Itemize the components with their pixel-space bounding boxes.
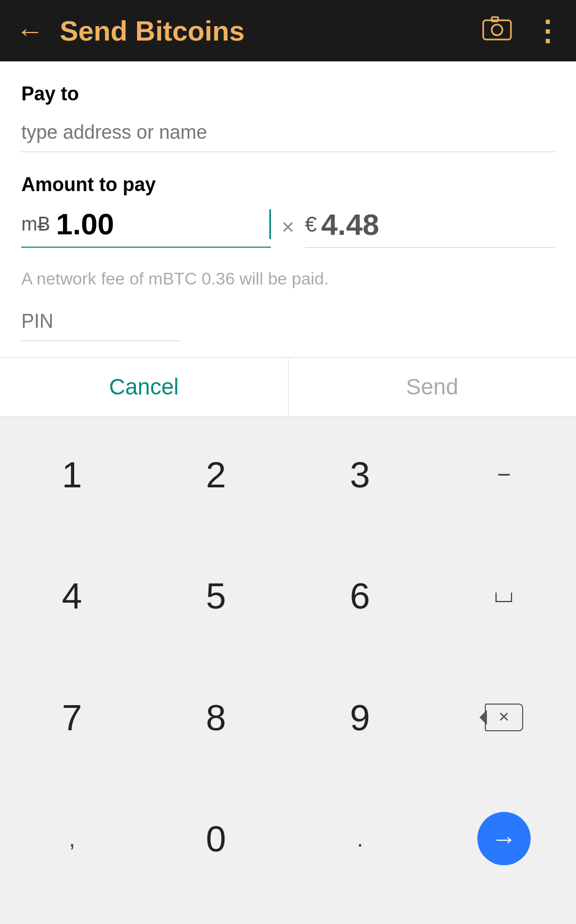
pin-input[interactable] <box>21 305 181 341</box>
pay-to-input[interactable] <box>21 116 555 152</box>
key-5[interactable]: 5 <box>144 549 288 643</box>
cursor-caret <box>269 209 271 239</box>
page-title: Send Bitcoins <box>60 15 471 47</box>
key-4[interactable]: 4 <box>0 549 144 643</box>
amount-section: Amount to pay mɃ 1.00 × € 4.48 <box>21 173 555 248</box>
key-7[interactable]: 7 <box>0 670 144 764</box>
cancel-button[interactable]: Cancel <box>0 358 289 416</box>
svg-point-1 <box>492 25 502 35</box>
amount-row: mɃ 1.00 × € 4.48 <box>21 207 555 248</box>
btc-amount-value: 1.00 <box>56 207 268 241</box>
numeric-keyboard: 1 2 3 − 4 5 6 ⌴ 7 8 9 ✕ , 0 . → <box>0 417 576 924</box>
multiply-sign: × <box>282 215 294 239</box>
key-comma[interactable]: , <box>0 792 144 886</box>
fee-notice: A network fee of mBTC 0.36 will be paid. <box>21 269 555 289</box>
svg-rect-0 <box>483 20 511 40</box>
action-bar: Cancel Send <box>0 358 576 416</box>
fiat-amount-value: 4.48 <box>321 207 379 242</box>
key-1[interactable]: 1 <box>0 428 144 521</box>
form-area: Pay to Amount to pay mɃ 1.00 × € 4.48 A … <box>0 61 576 357</box>
app-header: ← Send Bitcoins ⋮ <box>0 0 576 61</box>
back-button[interactable]: ← <box>16 17 44 45</box>
backspace-icon: ✕ <box>485 704 523 731</box>
key-go[interactable]: → <box>432 792 576 886</box>
more-options-button[interactable]: ⋮ <box>533 15 560 47</box>
camera-icon <box>482 15 512 41</box>
send-button[interactable]: Send <box>289 358 577 416</box>
key-6[interactable]: 6 <box>288 549 432 643</box>
fiat-amount-field[interactable]: € 4.48 <box>305 207 555 248</box>
key-0[interactable]: 0 <box>144 792 288 886</box>
btc-amount-field[interactable]: mɃ 1.00 <box>21 207 271 248</box>
key-9[interactable]: 9 <box>288 670 432 764</box>
amount-label: Amount to pay <box>21 173 555 196</box>
key-dash[interactable]: − <box>432 428 576 521</box>
key-space[interactable]: ⌴ <box>432 549 576 643</box>
key-period[interactable]: . <box>288 792 432 886</box>
pay-to-label: Pay to <box>21 83 555 105</box>
camera-button[interactable] <box>482 15 512 46</box>
key-2[interactable]: 2 <box>144 428 288 521</box>
svg-rect-2 <box>492 17 498 21</box>
btc-currency-label: mɃ <box>21 213 51 235</box>
go-button-circle: → <box>477 812 531 865</box>
fiat-currency-label: € <box>305 212 317 236</box>
key-backspace[interactable]: ✕ <box>432 670 576 764</box>
backspace-x: ✕ <box>498 709 510 725</box>
go-arrow-icon: → <box>491 824 517 854</box>
key-8[interactable]: 8 <box>144 670 288 764</box>
key-3[interactable]: 3 <box>288 428 432 521</box>
